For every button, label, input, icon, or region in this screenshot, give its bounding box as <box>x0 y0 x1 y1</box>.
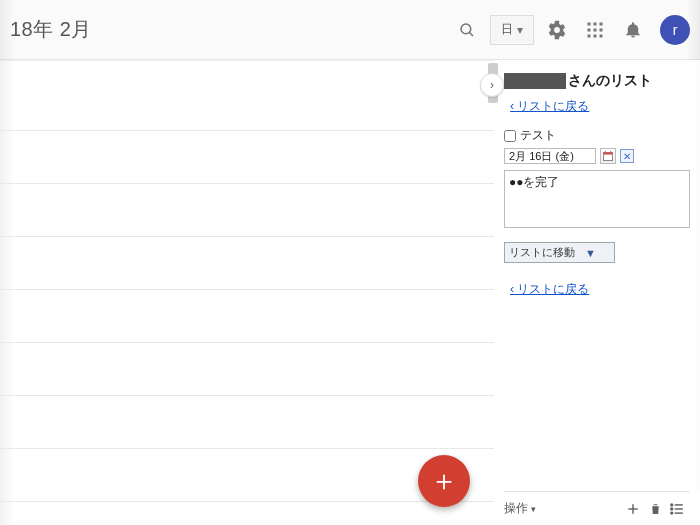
time-slot[interactable] <box>0 61 494 131</box>
redacted-username <box>504 73 566 89</box>
time-slot[interactable] <box>0 184 494 237</box>
svg-rect-12 <box>604 153 613 155</box>
task-note-textarea[interactable] <box>504 170 690 228</box>
apps-grid-icon[interactable] <box>576 11 614 49</box>
svg-rect-5 <box>588 28 591 31</box>
list-title-suffix: さんのリスト <box>568 72 652 90</box>
current-month-title: 18年 2月 <box>10 16 92 43</box>
clear-date-button[interactable]: ✕ <box>620 149 634 163</box>
task-date-input[interactable] <box>504 148 596 164</box>
view-select[interactable]: 日 ▾ <box>490 15 534 45</box>
svg-point-20 <box>671 503 673 505</box>
time-slot[interactable] <box>0 237 494 290</box>
svg-rect-2 <box>588 22 591 25</box>
view-select-label: 日 <box>501 21 513 38</box>
svg-rect-13 <box>605 151 606 153</box>
search-icon[interactable] <box>448 11 486 49</box>
time-slot[interactable] <box>0 290 494 343</box>
chevron-down-icon: ▾ <box>531 504 536 514</box>
task-list-view-icon[interactable] <box>666 502 688 516</box>
task-list-title: さんのリスト <box>504 72 690 90</box>
back-to-list-link[interactable]: ‹ リストに戻る <box>510 98 690 115</box>
task-complete-checkbox[interactable] <box>504 130 516 142</box>
account-avatar[interactable]: r <box>660 15 690 45</box>
time-slot[interactable] <box>0 396 494 449</box>
chevron-down-icon: ▾ <box>517 23 523 37</box>
add-task-icon[interactable] <box>622 502 644 516</box>
notifications-bell-icon[interactable] <box>614 11 652 49</box>
time-slot[interactable] <box>0 343 494 396</box>
svg-line-1 <box>469 32 473 36</box>
move-to-list-select[interactable]: リストに移動 ▼ <box>504 242 615 263</box>
actions-menu[interactable]: 操作 ▾ <box>504 500 536 517</box>
task-title: テスト <box>520 127 556 144</box>
time-slot[interactable] <box>0 131 494 184</box>
calendar-day-grid[interactable]: ＋ <box>0 60 494 525</box>
svg-point-0 <box>461 24 471 34</box>
svg-rect-3 <box>594 22 597 25</box>
date-picker-button[interactable] <box>600 148 616 164</box>
chevron-right-icon: › <box>490 78 494 92</box>
svg-rect-7 <box>600 28 603 31</box>
svg-point-22 <box>671 512 673 514</box>
create-event-fab[interactable]: ＋ <box>418 455 470 507</box>
svg-rect-6 <box>594 28 597 31</box>
chevron-down-icon: ▼ <box>585 247 596 259</box>
svg-rect-14 <box>610 151 611 153</box>
svg-rect-4 <box>600 22 603 25</box>
delete-task-icon[interactable] <box>644 502 666 516</box>
move-select-label: リストに移動 <box>509 245 575 260</box>
svg-rect-10 <box>600 34 603 37</box>
panel-collapse-button[interactable]: › <box>480 73 504 97</box>
app-header: 18年 2月 日 ▾ r <box>0 0 700 60</box>
avatar-initial: r <box>673 22 678 38</box>
actions-label: 操作 <box>504 500 528 517</box>
svg-point-21 <box>671 508 673 510</box>
tasks-panel: › さんのリスト ‹ リストに戻る テスト ✕ <box>494 60 700 525</box>
svg-rect-9 <box>594 34 597 37</box>
plus-icon: ＋ <box>430 465 458 496</box>
svg-rect-8 <box>588 34 591 37</box>
settings-gear-icon[interactable] <box>538 11 576 49</box>
back-to-list-link-2[interactable]: ‹ リストに戻る <box>510 281 690 298</box>
tasks-panel-footer: 操作 ▾ <box>504 491 690 525</box>
